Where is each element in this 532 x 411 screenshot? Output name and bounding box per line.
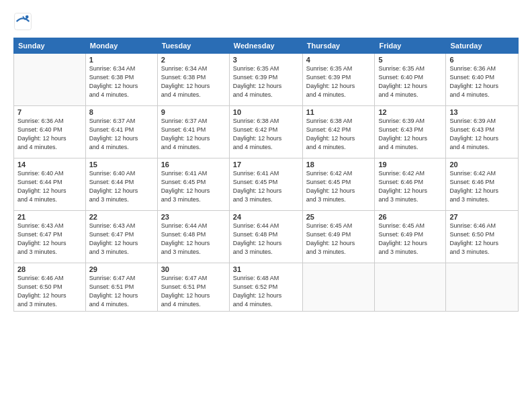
calendar-day-cell: 28Sunrise: 6:46 AM Sunset: 6:50 PM Dayli…: [14, 263, 86, 312]
calendar-week-row: 21Sunrise: 6:43 AM Sunset: 6:47 PM Dayli…: [14, 211, 519, 263]
day-number: 3: [233, 56, 299, 64]
calendar-day-cell: 15Sunrise: 6:40 AM Sunset: 6:44 PM Dayli…: [85, 158, 157, 211]
day-info: Sunrise: 6:41 AM Sunset: 6:45 PM Dayligh…: [233, 169, 299, 204]
calendar-day-cell: 27Sunrise: 6:46 AM Sunset: 6:50 PM Dayli…: [446, 211, 519, 263]
calendar-day-cell: 5Sunrise: 6:35 AM Sunset: 6:40 PM Daylig…: [375, 54, 446, 106]
day-info: Sunrise: 6:34 AM Sunset: 6:38 PM Dayligh…: [89, 64, 154, 99]
day-number: 1: [89, 56, 154, 64]
calendar-day-cell: 23Sunrise: 6:44 AM Sunset: 6:48 PM Dayli…: [157, 211, 229, 263]
calendar-day-cell: 16Sunrise: 6:41 AM Sunset: 6:45 PM Dayli…: [157, 158, 229, 211]
calendar-empty-cell: [446, 263, 519, 312]
calendar-day-cell: 11Sunrise: 6:38 AM Sunset: 6:42 PM Dayli…: [302, 106, 375, 158]
day-number: 6: [449, 56, 515, 64]
calendar-week-row: 14Sunrise: 6:40 AM Sunset: 6:44 PM Dayli…: [14, 158, 519, 211]
calendar-day-cell: 19Sunrise: 6:42 AM Sunset: 6:46 PM Dayli…: [375, 158, 446, 211]
day-info: Sunrise: 6:43 AM Sunset: 6:47 PM Dayligh…: [17, 222, 82, 257]
day-number: 26: [378, 213, 442, 221]
day-info: Sunrise: 6:42 AM Sunset: 6:45 PM Dayligh…: [306, 169, 371, 204]
day-number: 23: [161, 213, 226, 221]
day-info: Sunrise: 6:37 AM Sunset: 6:41 PM Dayligh…: [89, 117, 154, 152]
day-info: Sunrise: 6:35 AM Sunset: 6:40 PM Dayligh…: [378, 64, 442, 99]
calendar-day-cell: 21Sunrise: 6:43 AM Sunset: 6:47 PM Dayli…: [14, 211, 86, 263]
calendar-day-cell: 10Sunrise: 6:38 AM Sunset: 6:42 PM Dayli…: [229, 106, 302, 158]
day-info: Sunrise: 6:36 AM Sunset: 6:40 PM Dayligh…: [449, 64, 515, 99]
day-number: 2: [161, 56, 226, 64]
day-info: Sunrise: 6:38 AM Sunset: 6:42 PM Dayligh…: [306, 117, 371, 152]
day-info: Sunrise: 6:48 AM Sunset: 6:52 PM Dayligh…: [233, 274, 299, 309]
day-number: 28: [17, 265, 82, 273]
calendar-day-cell: 12Sunrise: 6:39 AM Sunset: 6:43 PM Dayli…: [375, 106, 446, 158]
day-number: 12: [378, 108, 442, 116]
day-number: 17: [233, 161, 299, 169]
day-info: Sunrise: 6:40 AM Sunset: 6:44 PM Dayligh…: [17, 169, 82, 204]
day-info: Sunrise: 6:44 AM Sunset: 6:48 PM Dayligh…: [233, 222, 299, 257]
calendar-day-cell: 1Sunrise: 6:34 AM Sunset: 6:38 PM Daylig…: [85, 54, 157, 106]
svg-point-1: [26, 15, 29, 19]
day-info: Sunrise: 6:42 AM Sunset: 6:46 PM Dayligh…: [378, 169, 442, 204]
calendar-week-row: 1Sunrise: 6:34 AM Sunset: 6:38 PM Daylig…: [14, 54, 519, 106]
day-info: Sunrise: 6:42 AM Sunset: 6:46 PM Dayligh…: [449, 169, 515, 204]
day-number: 8: [89, 108, 154, 116]
day-info: Sunrise: 6:47 AM Sunset: 6:51 PM Dayligh…: [89, 274, 154, 309]
page-header: [13, 12, 519, 31]
day-number: 27: [449, 213, 515, 221]
day-number: 21: [17, 213, 82, 221]
day-number: 16: [161, 161, 226, 169]
day-info: Sunrise: 6:45 AM Sunset: 6:49 PM Dayligh…: [378, 222, 442, 257]
calendar-empty-cell: [302, 263, 375, 312]
day-number: 18: [306, 161, 371, 169]
day-number: 15: [89, 161, 154, 169]
calendar-week-row: 28Sunrise: 6:46 AM Sunset: 6:50 PM Dayli…: [14, 263, 519, 312]
day-number: 30: [161, 265, 226, 273]
logo-icon: [13, 12, 32, 31]
day-number: 10: [233, 108, 299, 116]
calendar-day-cell: 18Sunrise: 6:42 AM Sunset: 6:45 PM Dayli…: [302, 158, 375, 211]
calendar-day-cell: 2Sunrise: 6:34 AM Sunset: 6:38 PM Daylig…: [157, 54, 229, 106]
calendar-header-cell: Wednesday: [229, 38, 302, 54]
day-number: 4: [306, 56, 371, 64]
calendar-week-row: 7Sunrise: 6:36 AM Sunset: 6:40 PM Daylig…: [14, 106, 519, 158]
calendar-day-cell: 20Sunrise: 6:42 AM Sunset: 6:46 PM Dayli…: [446, 158, 519, 211]
day-info: Sunrise: 6:41 AM Sunset: 6:45 PM Dayligh…: [161, 169, 226, 204]
day-info: Sunrise: 6:46 AM Sunset: 6:50 PM Dayligh…: [449, 222, 515, 257]
calendar-day-cell: 13Sunrise: 6:39 AM Sunset: 6:43 PM Dayli…: [446, 106, 519, 158]
day-number: 31: [233, 265, 299, 273]
day-info: Sunrise: 6:43 AM Sunset: 6:47 PM Dayligh…: [89, 222, 154, 257]
day-number: 20: [449, 161, 515, 169]
calendar-table: SundayMondayTuesdayWednesdayThursdayFrid…: [13, 38, 519, 312]
calendar-header-cell: Thursday: [302, 38, 375, 54]
day-info: Sunrise: 6:38 AM Sunset: 6:42 PM Dayligh…: [233, 117, 299, 152]
day-info: Sunrise: 6:40 AM Sunset: 6:44 PM Dayligh…: [89, 169, 154, 204]
calendar-header-cell: Saturday: [446, 38, 519, 54]
calendar-empty-cell: [375, 263, 446, 312]
day-info: Sunrise: 6:37 AM Sunset: 6:41 PM Dayligh…: [161, 117, 226, 152]
day-number: 22: [89, 213, 154, 221]
calendar-day-cell: 4Sunrise: 6:35 AM Sunset: 6:39 PM Daylig…: [302, 54, 375, 106]
calendar-day-cell: 25Sunrise: 6:45 AM Sunset: 6:49 PM Dayli…: [302, 211, 375, 263]
logo: [13, 12, 35, 31]
day-info: Sunrise: 6:44 AM Sunset: 6:48 PM Dayligh…: [161, 222, 226, 257]
day-info: Sunrise: 6:35 AM Sunset: 6:39 PM Dayligh…: [233, 64, 299, 99]
calendar-header-row: SundayMondayTuesdayWednesdayThursdayFrid…: [14, 38, 519, 54]
calendar-day-cell: 29Sunrise: 6:47 AM Sunset: 6:51 PM Dayli…: [85, 263, 157, 312]
calendar-day-cell: 8Sunrise: 6:37 AM Sunset: 6:41 PM Daylig…: [85, 106, 157, 158]
day-info: Sunrise: 6:34 AM Sunset: 6:38 PM Dayligh…: [161, 64, 226, 99]
day-number: 7: [17, 108, 82, 116]
day-number: 29: [89, 265, 154, 273]
day-number: 11: [306, 108, 371, 116]
calendar-header-cell: Sunday: [14, 38, 86, 54]
day-number: 9: [161, 108, 226, 116]
calendar-day-cell: 14Sunrise: 6:40 AM Sunset: 6:44 PM Dayli…: [14, 158, 86, 211]
calendar-body: 1Sunrise: 6:34 AM Sunset: 6:38 PM Daylig…: [14, 54, 519, 312]
day-number: 5: [378, 56, 442, 64]
calendar-header-cell: Friday: [375, 38, 446, 54]
calendar-day-cell: 26Sunrise: 6:45 AM Sunset: 6:49 PM Dayli…: [375, 211, 446, 263]
day-info: Sunrise: 6:47 AM Sunset: 6:51 PM Dayligh…: [161, 274, 226, 309]
day-info: Sunrise: 6:35 AM Sunset: 6:39 PM Dayligh…: [306, 64, 371, 99]
calendar-day-cell: 3Sunrise: 6:35 AM Sunset: 6:39 PM Daylig…: [229, 54, 302, 106]
day-number: 14: [17, 161, 82, 169]
calendar-day-cell: 24Sunrise: 6:44 AM Sunset: 6:48 PM Dayli…: [229, 211, 302, 263]
day-info: Sunrise: 6:45 AM Sunset: 6:49 PM Dayligh…: [306, 222, 371, 257]
calendar-day-cell: 22Sunrise: 6:43 AM Sunset: 6:47 PM Dayli…: [85, 211, 157, 263]
day-info: Sunrise: 6:46 AM Sunset: 6:50 PM Dayligh…: [17, 274, 82, 309]
